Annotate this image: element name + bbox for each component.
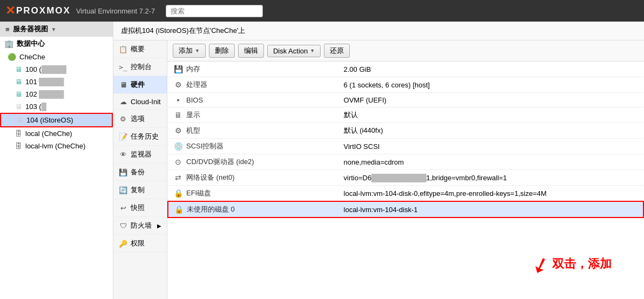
nav-summary[interactable]: 📋 概要: [113, 40, 167, 58]
sidebar-item-cheche[interactable]: 🟢 CheChe: [0, 51, 113, 63]
page-title: 虚拟机104 (iStoreOS)在节点'CheChe'上: [121, 26, 245, 35]
add-label: 添加: [179, 46, 193, 56]
logo-x-icon: ✕: [5, 4, 15, 18]
machine-icon: ⚙: [173, 126, 183, 135]
server-view-icon: ≡: [5, 25, 10, 33]
disk-action-button[interactable]: Disk Action ▼: [267, 45, 321, 57]
disk-action-label: Disk Action: [273, 47, 308, 55]
storage-icon: 🗄: [15, 130, 22, 138]
delete-button[interactable]: 删除: [209, 44, 235, 58]
storage-lvm-icon: 🗄: [15, 142, 22, 150]
logo-ve: Virtual Environment 7.2-7: [76, 7, 155, 15]
nav-console-label: 控制台: [131, 62, 152, 72]
node-label: CheChe: [19, 53, 45, 61]
unused-disk-icon: 🔒: [174, 205, 184, 214]
proxmox-logo: ✕ PROXMOX: [5, 4, 71, 18]
sidebar-item-local[interactable]: 🗄 local (CheChe): [0, 127, 113, 140]
nav-options-label: 选项: [131, 114, 145, 124]
edit-label: 编辑: [244, 46, 258, 56]
sidebar-item-datacenter[interactable]: 🏢 数据中心: [0, 37, 113, 51]
nav-console[interactable]: >_ 控制台: [113, 58, 167, 76]
nav-cloud-init[interactable]: ☁ Cloud-Init: [113, 94, 167, 110]
display-icon: 🖥: [173, 111, 183, 119]
table-row: ⊙ CD/DVD驱动器 (ide2) none,media=cdrom: [168, 154, 643, 170]
vm100-label: 100 (█████: [25, 65, 66, 73]
search-input[interactable]: [166, 5, 263, 17]
nav-options[interactable]: ⚙ 选项: [113, 110, 167, 128]
table-row: ⚙ 处理器 6 (1 sockets, 6 cores) [host]: [168, 77, 643, 93]
delete-label: 删除: [215, 46, 229, 56]
nav-monitor-label: 监视器: [131, 150, 152, 159]
sidebar-item-locallvm[interactable]: 🗄 local-lvm (CheChe): [0, 140, 113, 152]
row-value-memory: 2.00 GiB: [338, 62, 643, 77]
add-caret-icon: ▼: [195, 48, 200, 53]
nav-monitor[interactable]: 👁 监视器: [113, 146, 167, 164]
table-row: ⚙ 机型 默认 (i440fx): [168, 123, 643, 139]
sidebar-item-vm100[interactable]: 🖥 100 (█████: [0, 63, 113, 76]
table-row-unused-disk[interactable]: 🔒 未使用的磁盘 0 local-lvm:vm-104-disk-1: [168, 201, 643, 218]
nav-summary-label: 概要: [131, 44, 145, 54]
logo-text: PROXMOX: [16, 5, 71, 16]
sidebar-header[interactable]: ≡ 服务器视图 ▼: [0, 22, 113, 37]
nav-snapshot-label: 快照: [131, 203, 145, 213]
vm-run-icon: 🖥: [15, 65, 22, 73]
vm103-label: 103 (█: [25, 103, 46, 111]
cpu-icon: ⚙: [173, 80, 183, 89]
node-icon: 🟢: [8, 53, 16, 61]
efi-icon: 🔒: [173, 189, 183, 198]
sidebar-item-vm102[interactable]: 🖥 102 █████: [0, 88, 113, 100]
left-nav: 📋 概要 >_ 控制台 🖥 硬件 ☁ Cloud-Init ⚙ 选项: [113, 40, 167, 299]
nav-task-history[interactable]: 📝 任务历史: [113, 128, 167, 146]
nav-backup[interactable]: 💾 备份: [113, 164, 167, 181]
nav-firewall[interactable]: 🛡 防火墙 ▶: [113, 217, 167, 235]
edit-button[interactable]: 编辑: [238, 44, 264, 58]
sidebar-header-label: 服务器视图: [13, 24, 48, 34]
table-row: 💿 SCSI控制器 VirtIO SCSI: [168, 139, 643, 154]
detail-panel: 添加 ▼ 删除 编辑 Disk Action ▼: [167, 40, 644, 299]
row-name-cdrom: ⊙ CD/DVD驱动器 (ide2): [168, 154, 287, 169]
nav-permissions[interactable]: 🔑 权限: [113, 235, 167, 253]
row-value-efi: local-lvm:vm-104-disk-0,efitype=4m,pre-e…: [338, 186, 643, 202]
monitor-icon: 👁: [119, 151, 127, 159]
disk-action-caret-icon: ▼: [310, 48, 315, 53]
memory-icon: 💾: [173, 65, 183, 73]
sidebar-item-vm101[interactable]: 🖥 101 █████: [0, 76, 113, 88]
sidebar-item-vm104[interactable]: 🖥 104 (iStoreOS): [0, 113, 113, 127]
cloud-icon: ☁: [119, 98, 127, 106]
row-value-display: 默认: [338, 107, 643, 123]
task-history-icon: 📝: [119, 133, 127, 141]
vm101-label: 101 █████: [25, 78, 64, 86]
datacenter-label: 数据中心: [17, 39, 45, 49]
permissions-icon: 🔑: [119, 240, 127, 248]
restore-label: 还原: [330, 46, 344, 56]
content-body: 📋 概要 >_ 控制台 🖥 硬件 ☁ Cloud-Init ⚙ 选项: [113, 40, 644, 299]
bios-icon: ▪: [173, 96, 183, 104]
row-name-display: 🖥 显示: [168, 107, 287, 123]
backup-icon: 💾: [119, 168, 127, 176]
row-name-scsi: 💿 SCSI控制器: [168, 139, 287, 154]
sidebar-item-vm103[interactable]: 🖥 103 (█: [0, 100, 113, 113]
table-row: 💾 内存 2.00 GiB: [168, 62, 643, 77]
toolbar: 添加 ▼ 删除 编辑 Disk Action ▼: [167, 40, 644, 62]
row-name-efi: 🔒 EFI磁盘: [168, 186, 287, 201]
nav-replication[interactable]: 🔄 复制: [113, 181, 167, 199]
nav-backup-label: 备份: [131, 167, 145, 177]
options-icon: ⚙: [119, 115, 127, 123]
sidebar-arrow-icon: ▼: [51, 26, 57, 32]
nav-hardware[interactable]: 🖥 硬件: [113, 76, 167, 94]
nav-task-label: 任务历史: [131, 132, 159, 141]
vm-stop-icon: 🖥: [15, 103, 22, 111]
restore-button[interactable]: 还原: [324, 44, 350, 58]
locallvm-label: local-lvm (CheChe): [25, 142, 85, 150]
summary-icon: 📋: [119, 45, 127, 53]
add-button[interactable]: 添加 ▼: [173, 44, 206, 58]
row-name-net: ⇄ 网络设备 (net0): [168, 170, 287, 185]
nav-snapshot[interactable]: ↩ 快照: [113, 199, 167, 217]
hardware-icon: 🖥: [119, 81, 127, 89]
row-name-machine: ⚙ 机型: [168, 123, 287, 138]
content-header: 虚拟机104 (iStoreOS)在节点'CheChe'上: [113, 22, 644, 40]
row-value-unused: local-lvm:vm-104-disk-1: [338, 201, 643, 218]
row-name-bios: ▪ BIOS: [168, 93, 287, 107]
replication-icon: 🔄: [119, 186, 127, 194]
table-row: ▪ BIOS OVMF (UEFI): [168, 93, 643, 107]
